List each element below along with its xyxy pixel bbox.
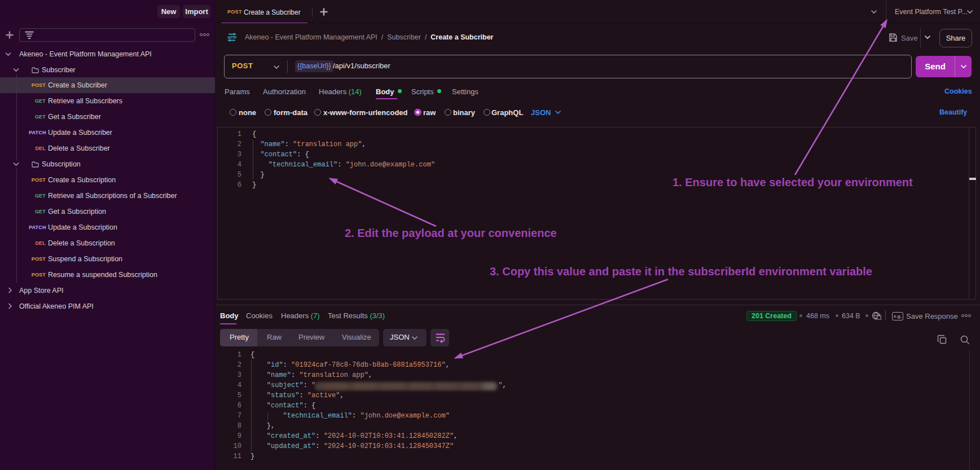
svg-text:HTTP: HTTP <box>228 36 237 39</box>
